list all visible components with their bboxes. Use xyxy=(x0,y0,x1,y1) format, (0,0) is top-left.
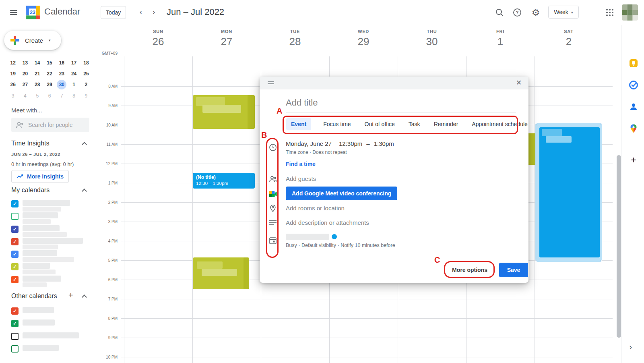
mini-calendar-day[interactable]: 23 xyxy=(56,68,68,79)
get-add-ons-icon[interactable]: + xyxy=(628,155,639,165)
add-rooms-location-input[interactable]: Add rooms or location xyxy=(286,205,345,212)
today-button[interactable]: Today xyxy=(101,6,126,19)
mini-calendar-day[interactable]: 12 xyxy=(7,57,19,68)
prev-week-button[interactable]: ‹ xyxy=(135,6,147,18)
calendar-checkbox[interactable]: ✓ xyxy=(11,320,19,327)
add-guests-input[interactable]: Add guests xyxy=(286,175,316,182)
search-for-people-input[interactable]: Search for people xyxy=(11,118,89,132)
day-number[interactable]: 1 xyxy=(466,35,535,48)
mini-calendar-day[interactable]: 16 xyxy=(56,57,68,68)
calendar-checkbox[interactable]: ✓ xyxy=(11,226,19,233)
busy-visibility-row[interactable]: Busy · Default visibility · Notify 10 mi… xyxy=(286,243,395,248)
collapse-other-calendars-icon[interactable] xyxy=(82,295,87,300)
hour-row[interactable]: 10 PM xyxy=(121,357,613,363)
calendar-checkbox[interactable] xyxy=(11,213,19,220)
vertical-scrollbar[interactable] xyxy=(617,155,621,338)
create-button[interactable]: Create ▾ xyxy=(4,31,61,50)
sat-selected-event[interactable] xyxy=(535,123,602,262)
mini-calendar-day[interactable]: 9 xyxy=(80,90,92,101)
hour-row[interactable]: 8 PM xyxy=(121,318,613,338)
calendar-checkbox[interactable] xyxy=(11,345,19,353)
more-options-button[interactable]: More options xyxy=(447,263,493,277)
mini-calendar-day[interactable]: 2 xyxy=(80,79,92,90)
calendar-list-item[interactable]: ✓ xyxy=(11,276,90,287)
close-icon[interactable]: ✕ xyxy=(513,77,524,89)
mini-calendar-day[interactable]: 27 xyxy=(19,79,31,90)
more-insights-button[interactable]: More insights xyxy=(11,170,69,183)
avatar[interactable] xyxy=(622,4,638,21)
mini-calendar-day[interactable]: 19 xyxy=(7,68,19,79)
mon-evening-event[interactable] xyxy=(193,257,249,289)
mini-calendar-day[interactable]: 14 xyxy=(31,57,43,68)
mini-calendar-day[interactable]: 20 xyxy=(19,68,31,79)
mini-calendar-day[interactable]: 8 xyxy=(68,90,80,101)
mini-calendar-day[interactable]: 25 xyxy=(80,68,92,79)
day-number[interactable]: 28 xyxy=(261,35,329,48)
day-number[interactable]: 26 xyxy=(124,35,192,48)
calendar-list-item[interactable]: ✓ xyxy=(11,263,90,274)
google-maps-icon[interactable] xyxy=(628,123,639,134)
mini-calendar-day[interactable]: 15 xyxy=(43,57,56,68)
mini-calendar-day[interactable]: 6 xyxy=(43,90,56,101)
event-datetime-row[interactable]: Monday, June 2712:30pm–1:30pm xyxy=(286,140,394,147)
google-apps-grid-icon[interactable] xyxy=(604,6,616,19)
mini-calendar-day[interactable]: 13 xyxy=(19,57,31,68)
dialog-drag-bar[interactable]: ✕ xyxy=(260,77,528,89)
calendar-list-item[interactable]: ✓ xyxy=(11,307,90,318)
calendar-checkbox[interactable]: ✓ xyxy=(11,263,19,270)
calendar-list-item[interactable]: ✓ xyxy=(11,200,90,211)
calendar-list-item[interactable]: ✓ xyxy=(11,238,90,249)
mini-calendar-day[interactable]: 22 xyxy=(43,68,56,79)
hide-panel-chevron-icon[interactable]: › xyxy=(629,342,632,353)
dialog-tab[interactable]: Task xyxy=(407,118,422,130)
timezone-repeat-row[interactable]: Time zone · Does not repeat xyxy=(286,149,347,155)
calendar-list-item[interactable]: ✓ xyxy=(11,225,90,236)
calendar-checkbox[interactable]: ✓ xyxy=(11,238,19,245)
hour-row[interactable]: 7 PM xyxy=(121,299,613,318)
day-number[interactable]: 30 xyxy=(398,35,466,48)
mini-calendar-day[interactable]: 7 xyxy=(56,90,68,101)
mini-calendar-day[interactable]: 28 xyxy=(31,79,43,90)
mini-calendar-day[interactable]: 17 xyxy=(68,57,80,68)
calendar-checkbox[interactable]: ✓ xyxy=(11,251,19,258)
search-icon[interactable] xyxy=(493,6,506,19)
calendar-list-item[interactable] xyxy=(11,345,90,356)
mini-calendar-day[interactable]: 18 xyxy=(80,57,92,68)
google-tasks-icon[interactable] xyxy=(628,80,639,90)
mini-calendar-day[interactable]: 30 xyxy=(56,79,68,90)
add-other-calendar-icon[interactable]: + xyxy=(68,291,73,300)
day-number[interactable]: 29 xyxy=(329,35,398,48)
event-title-input[interactable]: Add title xyxy=(286,97,516,108)
collapse-time-insights-icon[interactable] xyxy=(82,142,87,147)
day-number[interactable]: 2 xyxy=(535,35,603,48)
calendar-checkbox[interactable]: ✓ xyxy=(11,307,19,315)
calendar-checkbox[interactable] xyxy=(11,333,19,340)
main-menu-icon[interactable] xyxy=(8,8,19,17)
calendar-checkbox[interactable]: ✓ xyxy=(11,200,19,207)
mini-calendar-day[interactable]: 5 xyxy=(31,90,43,101)
save-button[interactable]: Save xyxy=(499,263,528,277)
help-icon[interactable]: ? xyxy=(511,6,523,19)
mini-calendar-day[interactable]: 29 xyxy=(43,79,56,90)
calendar-list-item[interactable] xyxy=(11,332,90,344)
mini-calendar-day[interactable]: 1 xyxy=(68,79,80,90)
view-selector-week[interactable]: Week▾ xyxy=(548,6,579,19)
mini-calendar-day[interactable]: 3 xyxy=(7,90,19,101)
calendar-color-dot[interactable] xyxy=(332,234,337,239)
google-keep-icon[interactable] xyxy=(628,58,639,68)
mini-calendar-day[interactable]: 24 xyxy=(68,68,80,79)
mini-calendar-day[interactable]: 21 xyxy=(31,68,43,79)
drag-handle-icon[interactable] xyxy=(268,81,274,85)
mini-calendar-day[interactable]: 4 xyxy=(19,90,31,101)
find-a-time-link[interactable]: Find a time xyxy=(286,161,316,167)
calendar-list-item[interactable]: ✓ xyxy=(11,250,90,261)
day-number[interactable]: 27 xyxy=(192,35,261,48)
next-week-button[interactable]: › xyxy=(148,6,159,18)
dialog-tab[interactable]: Event xyxy=(286,118,311,130)
calendar-list-item[interactable]: ✓ xyxy=(11,319,90,331)
calendar-checkbox[interactable]: ✓ xyxy=(11,276,19,283)
dialog-tab[interactable]: Focus time xyxy=(322,118,352,130)
add-description-input[interactable]: Add description or attachments xyxy=(286,219,369,226)
settings-gear-icon[interactable]: ⚙ xyxy=(530,6,542,19)
mini-calendar-day[interactable]: 26 xyxy=(7,79,19,90)
